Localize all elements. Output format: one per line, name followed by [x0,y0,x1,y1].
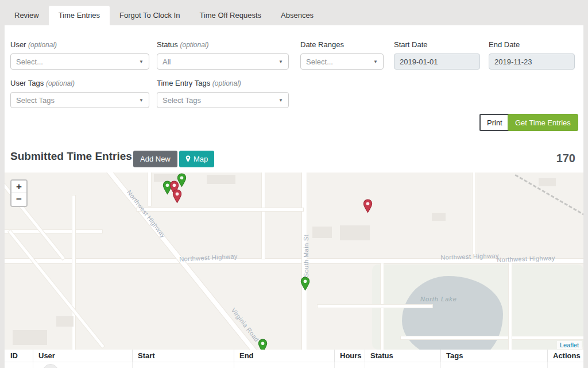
end-date-label: End Date [489,40,575,49]
user-filter: User (optional) Select... ▼ [10,40,149,70]
map-road-minor [318,305,432,308]
column-header-tags: Tags [440,350,547,362]
optional-hint: (optional) [212,79,241,87]
map-road-minor [401,336,583,339]
date-ranges-filter: Date Ranges Select... ▼ [300,40,384,70]
map-building [13,330,47,345]
table-cell-start [132,362,234,368]
zoom-out-button[interactable]: − [11,193,26,206]
water-label-north-lake: North Lake [420,296,457,302]
date-ranges-select[interactable]: Select... ▼ [300,53,384,70]
chevron-down-icon: ▼ [278,98,283,103]
map-building [432,213,446,221]
map-marker-red[interactable] [363,199,373,213]
map-pin-icon [185,155,191,163]
map-road-minor [148,172,151,206]
column-header-actions: Actions [547,350,583,362]
page-title: Submitted Time Entries [10,150,132,163]
status-select-value: All [163,57,171,66]
column-header-start: Start [132,350,234,362]
column-header-status: Status [365,350,440,362]
chevron-down-icon: ▼ [373,59,378,64]
street-label-south-main-st: South Main St [303,235,310,277]
map-building [312,227,332,238]
user-tags-select[interactable]: Select Tags ▼ [10,92,149,108]
tab-bar: ReviewTime EntriesForgot To Clock InTime… [5,0,323,25]
table-cell-end [234,362,334,368]
chevron-down-icon: ▼ [278,59,283,64]
tab-review[interactable]: Review [5,6,49,25]
optional-hint: (optional) [28,41,57,49]
table-cell-user [33,362,132,368]
user-tags-filter: User Tags (optional) Select Tags ▼ [10,79,149,108]
end-date-filter: End Date 2019-11-23 [489,40,575,70]
table-cell-actions [547,362,583,368]
tab-time-off-requests[interactable]: Time Off Requests [189,6,271,25]
map-marker-green[interactable] [258,339,268,350]
start-date-label: Start Date [394,40,480,49]
time-entry-tags-label: Time Entry Tags (optional) [157,79,289,87]
map-road-minor [137,208,303,211]
tab-forgot-to-clock-in[interactable]: Forgot To Clock In [110,6,189,25]
map-building [56,316,74,327]
table-cell-id [5,362,33,368]
time-entry-tags-filter: Time Entry Tags (optional) Select Tags ▼ [157,79,289,108]
leaflet-map[interactable]: Northwest HighwayNorthwest HighwayNorthw… [5,172,583,350]
map-building [539,178,556,186]
user-select-value: Select... [16,57,43,66]
map-building [340,225,370,240]
end-date-value: 2019-11-23 [494,57,532,66]
optional-hint: (optional) [46,79,75,87]
map-marker-green[interactable] [300,277,310,291]
column-header-id: ID [5,350,33,362]
optional-hint: (optional) [180,41,208,49]
status-select[interactable]: All ▼ [157,53,289,70]
status-filter: Status (optional) All ▼ [157,40,289,70]
column-header-end: End [234,350,334,362]
table-cell-hours [334,362,365,368]
table-cell-tags [440,362,547,368]
table-row[interactable] [5,362,583,368]
street-label-northwest-highway: Northwest Highway [126,189,167,239]
get-time-entries-button[interactable]: Get Time Entries [508,114,578,131]
map-zoom-control: + − [10,179,28,207]
user-filter-label: User (optional) [10,40,149,49]
avatar [42,364,59,368]
user-select[interactable]: Select... ▼ [10,53,149,70]
map-road-minor [5,230,102,233]
date-ranges-value: Select... [306,57,333,66]
column-header-user: User [33,350,132,362]
tab-time-entries[interactable]: Time Entries [49,6,110,25]
start-date-input[interactable]: 2019-01-01 [394,53,480,70]
chevron-down-icon: ▼ [139,98,144,103]
content-panel: User (optional) Select... ▼ Status (opti… [5,25,583,368]
status-filter-label: Status (optional) [157,40,289,49]
add-new-button[interactable]: Add New [133,151,177,167]
date-ranges-label: Date Ranges [300,40,384,49]
map-road-minor [473,172,475,259]
user-tags-value: Select Tags [16,96,55,105]
map-building [207,175,235,184]
leaflet-link[interactable]: Leaflet [560,342,579,348]
time-entry-tags-value: Select Tags [163,96,201,105]
time-entry-tags-select[interactable]: Select Tags ▼ [157,92,289,108]
map-button-label: Map [194,155,208,163]
start-date-value: 2019-01-01 [400,57,438,66]
results-count: 170 [556,152,575,165]
column-header-hours: Hours [334,350,365,362]
chevron-down-icon: ▼ [139,59,144,64]
map-road-minor [262,172,265,259]
zoom-in-button[interactable]: + [11,181,26,193]
table-cell-status [365,362,440,368]
map-attribution: Leaflet [557,341,582,349]
print-button[interactable]: Print [479,114,510,131]
time-entries-table: IDUserStartEndHoursStatusTagsActions [5,350,583,368]
map-road-minor [509,263,512,350]
map-marker-red[interactable] [172,189,182,204]
end-date-input[interactable]: 2019-11-23 [489,53,575,70]
table-header-row: IDUserStartEndHoursStatusTagsActions [5,350,583,362]
map-toggle-button[interactable]: Map [179,151,214,167]
user-tags-label: User Tags (optional) [10,79,149,87]
tab-absences[interactable]: Absences [271,6,323,25]
start-date-filter: Start Date 2019-01-01 [394,40,480,70]
